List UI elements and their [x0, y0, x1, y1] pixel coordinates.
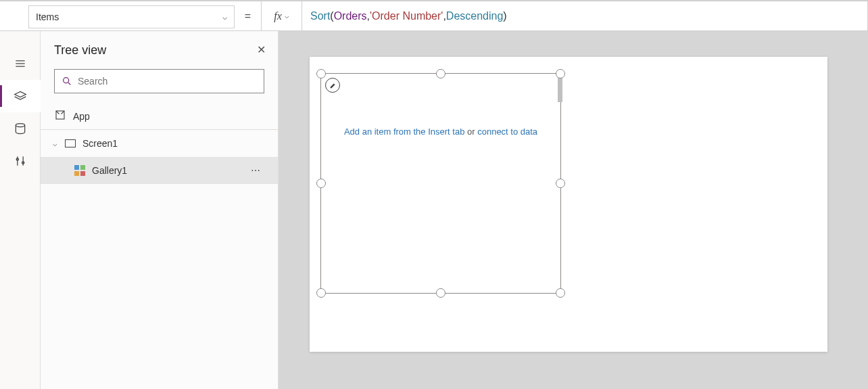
resize-handle-sw[interactable] [316, 288, 326, 298]
connect-data-link[interactable]: connect to data [477, 127, 537, 137]
resize-handle-n[interactable] [436, 69, 445, 78]
tree-item-label: App [73, 111, 90, 122]
resize-handle-se[interactable] [556, 288, 565, 298]
search-icon [62, 76, 72, 87]
tree-view-panel: Tree view ✕ App ⌵ Screen1 Gallery1 [41, 31, 279, 389]
tree-item-label: Screen1 [82, 138, 118, 149]
svg-point-4 [16, 124, 24, 127]
tree-item-label: Gallery1 [92, 165, 127, 176]
fx-icon: fx [274, 10, 282, 22]
close-icon[interactable]: ✕ [257, 43, 266, 56]
app-icon [54, 109, 66, 123]
insert-tab-link[interactable]: Add an item from the Insert tab [344, 127, 464, 137]
resize-handle-w[interactable] [316, 179, 326, 188]
svg-marker-3 [14, 91, 26, 97]
left-icon-rail [0, 31, 41, 389]
chevron-down-icon: ⌵ [285, 12, 289, 20]
screen-icon [65, 139, 76, 147]
chevron-down-icon: ⌵ [53, 139, 62, 148]
advanced-rail-button[interactable] [0, 145, 41, 177]
resize-handle-s[interactable] [436, 288, 445, 298]
formula-token: 'Order Number' [370, 10, 443, 22]
property-dropdown-label: Items [36, 12, 59, 22]
formula-token: Descending [446, 10, 504, 22]
svg-line-12 [56, 111, 59, 114]
tree-view-title: Tree view [41, 31, 278, 69]
canvas-area[interactable]: Add an item from the Insert tab or conne… [279, 31, 868, 389]
search-box[interactable] [54, 69, 264, 93]
svg-point-9 [64, 78, 69, 83]
tree-view-rail-button[interactable] [0, 80, 41, 112]
tree-item-screen1[interactable]: ⌵ Screen1 [41, 130, 278, 157]
gallery-icon [74, 165, 85, 176]
svg-line-13 [62, 111, 65, 114]
resize-handle-ne[interactable] [556, 69, 565, 78]
chevron-down-icon: ⌵ [222, 12, 227, 22]
equals-label: = [235, 1, 262, 30]
hamburger-menu-icon[interactable] [0, 47, 41, 80]
gallery-hint-text: Add an item from the Insert tab or conne… [321, 127, 560, 137]
tree-list: App ⌵ Screen1 Gallery1 ⋯ [41, 103, 278, 184]
tree-item-app[interactable]: App [41, 103, 278, 130]
resize-handle-nw[interactable] [316, 69, 326, 78]
search-input[interactable] [78, 76, 257, 87]
data-rail-button[interactable] [0, 112, 41, 145]
property-dropdown[interactable]: Items ⌵ [28, 5, 235, 28]
gallery-control[interactable]: Add an item from the Insert tab or conne… [320, 73, 561, 294]
more-options-icon[interactable]: ⋯ [251, 165, 262, 176]
formula-input[interactable]: Sort( Orders, 'Order Number', Descending… [302, 1, 868, 30]
svg-line-10 [68, 83, 70, 85]
formula-token: ) [503, 10, 506, 22]
resize-handle-e[interactable] [556, 179, 565, 188]
formula-bar: Items ⌵ = fx ⌵ Sort( Orders, 'Order Numb… [0, 0, 868, 31]
formula-token: Orders [334, 10, 367, 22]
screen-stage[interactable]: Add an item from the Insert tab or conne… [310, 57, 827, 352]
edit-template-button[interactable] [325, 78, 340, 93]
formula-token: Sort [310, 10, 330, 22]
hint-or: or [464, 127, 477, 137]
tree-item-gallery1[interactable]: Gallery1 ⋯ [41, 157, 278, 184]
fx-dropdown[interactable]: fx ⌵ [262, 1, 302, 30]
gallery-scrollbar[interactable] [558, 76, 562, 102]
